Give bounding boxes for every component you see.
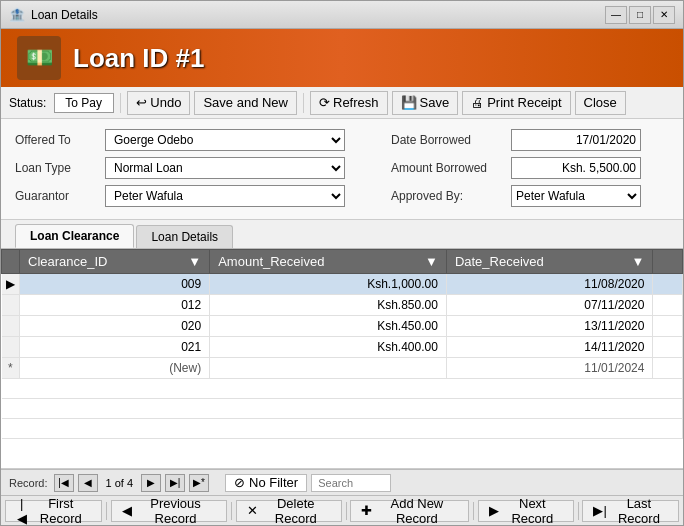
date-borrowed-input[interactable] — [511, 129, 641, 151]
header-icon: 💵 — [17, 36, 61, 80]
approved-by-select[interactable]: Peter Wafula — [511, 185, 641, 207]
nav-sep-1 — [106, 502, 107, 520]
loan-id-title: Loan ID #1 — [73, 43, 204, 74]
add-icon: ✚ — [361, 503, 372, 518]
title-bar-text: Loan Details — [31, 8, 603, 22]
cell-amount: Ksh.1,000.00 — [210, 274, 447, 295]
maximize-button[interactable]: □ — [629, 6, 651, 24]
table-new-row[interactable]: * (New) 11/01/2024 — [2, 358, 683, 379]
empty-row — [2, 399, 683, 419]
minimize-button[interactable]: — — [605, 6, 627, 24]
delete-icon: ✕ — [247, 503, 258, 518]
loan-type-label: Loan Type — [15, 161, 105, 175]
next-record-icon: ▶ — [489, 503, 499, 518]
empty-row — [2, 419, 683, 439]
date-borrowed-label: Date Borrowed — [391, 133, 511, 147]
col-date-received[interactable]: Date_Received▼ — [446, 250, 653, 274]
print-receipt-button[interactable]: 🖨Print Receipt — [462, 91, 570, 115]
cell-id: 021 — [20, 337, 210, 358]
cell-date: 13/11/2020 — [446, 316, 653, 337]
nav-prev-icon[interactable]: ◀ — [78, 474, 98, 492]
close-window-button[interactable]: ✕ — [653, 6, 675, 24]
cell-extra-new — [653, 358, 683, 379]
toolbar: Status: To Pay ↩Undo Save and New ⟳Refre… — [1, 87, 683, 119]
status-badge: To Pay — [54, 93, 114, 113]
empty-row — [2, 379, 683, 399]
row-indicator-new: * — [2, 358, 20, 379]
col-clearance-id[interactable]: Clearance_ID▼ — [20, 250, 210, 274]
amount-borrowed-label: Amount Borrowed — [391, 161, 511, 175]
previous-record-button[interactable]: ◀ Previous Record — [111, 500, 227, 522]
row-indicator-header — [2, 250, 20, 274]
close-button[interactable]: Close — [575, 91, 626, 115]
cell-date-new: 11/01/2024 — [446, 358, 653, 379]
guarantor-select[interactable]: Peter Wafula — [105, 185, 345, 207]
cell-extra — [653, 316, 683, 337]
form-area: Offered To Goerge Odebo Loan Type Normal… — [1, 119, 683, 220]
record-current: 1 of 4 — [106, 477, 134, 489]
no-filter-label[interactable]: ⊘ No Filter — [225, 474, 307, 492]
save-new-button[interactable]: Save and New — [194, 91, 297, 115]
refresh-button[interactable]: ⟳Refresh — [310, 91, 388, 115]
cell-id-new: (New) — [20, 358, 210, 379]
col-amount-received[interactable]: Amount_Received▼ — [210, 250, 447, 274]
nav-sep-5 — [578, 502, 579, 520]
col-extra — [653, 250, 683, 274]
search-input[interactable] — [311, 474, 391, 492]
cell-amount: Ksh.450.00 — [210, 316, 447, 337]
table-row[interactable]: 012 Ksh.850.00 07/11/2020 — [2, 295, 683, 316]
add-new-record-button[interactable]: ✚ Add New Record — [350, 500, 469, 522]
title-bar: 🏦 Loan Details — □ ✕ — [1, 1, 683, 29]
delete-record-button[interactable]: ✕ Delete Record — [236, 500, 342, 522]
prev-record-icon: ◀ — [122, 503, 132, 518]
offered-to-label: Offered To — [15, 133, 105, 147]
next-record-button[interactable]: ▶ Next Record — [478, 500, 573, 522]
nav-last-icon[interactable]: ▶| — [165, 474, 185, 492]
status-label: Status: — [9, 96, 46, 110]
save-button[interactable]: 💾Save — [392, 91, 459, 115]
row-indicator: ▶ — [2, 274, 20, 295]
table-row[interactable]: 020 Ksh.450.00 13/11/2020 — [2, 316, 683, 337]
nav-next-icon[interactable]: ▶ — [141, 474, 161, 492]
clearance-table: Clearance_ID▼ Amount_Received▼ Date_Rece… — [1, 249, 683, 439]
record-nav: Record: |◀ ◀ 1 of 4 ▶ ▶| ▶* ⊘ No Filter — [1, 469, 683, 495]
cell-extra — [653, 337, 683, 358]
nav-sep-2 — [231, 502, 232, 520]
table-row[interactable]: 021 Ksh.400.00 14/11/2020 — [2, 337, 683, 358]
first-record-button[interactable]: |◀ First Record — [5, 500, 102, 522]
row-indicator — [2, 316, 20, 337]
cell-extra — [653, 274, 683, 295]
offered-to-row: Offered To Goerge Odebo — [15, 129, 375, 151]
nav-first-icon[interactable]: |◀ — [54, 474, 74, 492]
cell-date: 11/08/2020 — [446, 274, 653, 295]
table-header-row: Clearance_ID▼ Amount_Received▼ Date_Rece… — [2, 250, 683, 274]
row-indicator — [2, 295, 20, 316]
nav-sep-3 — [346, 502, 347, 520]
loan-type-select[interactable]: Normal Loan — [105, 157, 345, 179]
cell-id: 009 — [20, 274, 210, 295]
cell-amount: Ksh.850.00 — [210, 295, 447, 316]
last-record-button[interactable]: ▶| Last Record — [582, 500, 679, 522]
nav-new-icon[interactable]: ▶* — [189, 474, 209, 492]
amount-borrowed-input[interactable] — [511, 157, 641, 179]
first-record-icon: |◀ — [16, 496, 27, 526]
tab-loan-details[interactable]: Loan Details — [136, 225, 233, 248]
app-icon: 🏦 — [9, 7, 25, 23]
date-borrowed-row: Date Borrowed — [391, 129, 669, 151]
header-banner: 💵 Loan ID #1 — [1, 29, 683, 87]
offered-to-select[interactable]: Goerge Odebo — [105, 129, 345, 151]
toolbar-sep-1 — [120, 93, 121, 113]
cell-id: 012 — [20, 295, 210, 316]
guarantor-row: Guarantor Peter Wafula — [15, 185, 375, 207]
approved-by-label: Approved By: — [391, 189, 511, 203]
tab-loan-clearance[interactable]: Loan Clearance — [15, 224, 134, 248]
last-record-icon: ▶| — [593, 503, 606, 518]
cell-date: 07/11/2020 — [446, 295, 653, 316]
table-row[interactable]: ▶ 009 Ksh.1,000.00 11/08/2020 — [2, 274, 683, 295]
tabs-bar: Loan Clearance Loan Details — [1, 220, 683, 249]
toolbar-sep-2 — [303, 93, 304, 113]
approved-by-row: Approved By: Peter Wafula — [391, 185, 669, 207]
nav-sep-4 — [473, 502, 474, 520]
undo-button[interactable]: ↩Undo — [127, 91, 190, 115]
table-area: Clearance_ID▼ Amount_Received▼ Date_Rece… — [1, 249, 683, 469]
